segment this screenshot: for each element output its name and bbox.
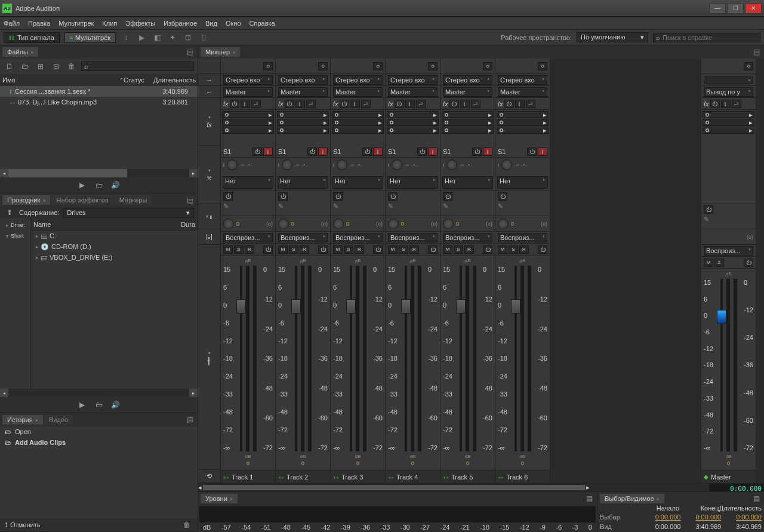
pan-knob[interactable] <box>278 219 289 229</box>
eq-power[interactable]: ⏻ <box>388 192 398 201</box>
r-button[interactable]: R <box>464 245 474 254</box>
eq-power[interactable]: ⏻ <box>223 192 233 201</box>
m-button[interactable]: M <box>223 245 233 254</box>
send-dest-dropdown[interactable]: Нет▸ <box>387 176 438 189</box>
exp-col-name[interactable]: Name <box>33 221 181 228</box>
collapse-icon[interactable]: ▾ <box>208 168 211 173</box>
eq-edit-icon[interactable]: ✎ <box>223 202 229 210</box>
eq-power[interactable]: ⏻ <box>278 192 288 201</box>
m-button[interactable]: M <box>333 245 343 254</box>
send-dest-dropdown[interactable]: Нет▸ <box>497 176 548 189</box>
file-row[interactable]: ₊₊073. Dj...l Like Chopin.mp33:20.881 <box>0 97 198 107</box>
collapse-icon[interactable]: ▾ <box>208 350 211 356</box>
fx-bypass[interactable]: ⥄ <box>526 100 535 108</box>
automation-dropdown[interactable]: Воспроиз...▾ <box>223 233 273 242</box>
tool-1[interactable]: ↕ <box>121 32 131 43</box>
send-pre[interactable]: ⫿ <box>373 147 383 156</box>
automation-dropdown[interactable]: Воспроиз...▾ <box>704 246 753 256</box>
m-button[interactable]: M <box>388 245 398 254</box>
mixer-scroll-thumb[interactable] <box>203 485 585 490</box>
mode-waveform[interactable]: ⫿⫿Тип сигнала <box>4 32 60 43</box>
m-button[interactable]: M <box>443 245 452 254</box>
track-name[interactable]: Track 3 <box>341 473 363 481</box>
track-name[interactable]: Track 5 <box>451 473 473 481</box>
fader-handle[interactable] <box>401 299 411 313</box>
file-col-name[interactable]: Имя <box>2 76 119 84</box>
send-dest-dropdown[interactable]: Нет▸ <box>223 176 273 189</box>
levels-tab[interactable]: Уровни× <box>201 494 238 503</box>
close-file-icon[interactable]: ⊟ <box>50 61 62 72</box>
pan-knob[interactable] <box>498 219 509 229</box>
fx-bypass[interactable]: ⥄ <box>416 100 426 108</box>
send-knob[interactable] <box>501 159 512 170</box>
minimize-button[interactable]: — <box>709 3 726 14</box>
send-dest-dropdown[interactable]: Нет▸ <box>278 176 328 189</box>
drive-row[interactable]: ▸🖴VBOX_D_DRIVE (E:) <box>31 252 198 263</box>
m-button[interactable]: M <box>704 259 713 267</box>
fx-slot[interactable]: ⭘▸ <box>703 119 754 126</box>
tool-3[interactable]: ◧ <box>152 32 162 43</box>
scroll-left[interactable]: ◂ <box>198 484 202 491</box>
input-dropdown[interactable]: Стерео вхо▸ <box>498 75 547 85</box>
fx-slot[interactable]: ⭘▸ <box>703 111 754 118</box>
fx-pre[interactable]: ⫿ <box>241 100 250 108</box>
r-button[interactable]: R <box>409 245 419 254</box>
selection-tab[interactable]: Выбор/Видимое× <box>600 494 664 503</box>
menu-clip[interactable]: Клип <box>102 20 117 27</box>
m-button[interactable]: M <box>278 245 288 254</box>
menu-window[interactable]: Окно <box>226 20 241 27</box>
fx-pre[interactable]: ⫿ <box>350 100 360 108</box>
collapse-icon[interactable]: ▾ <box>208 115 211 120</box>
tool-5[interactable]: ⊡ <box>183 32 193 43</box>
send-dest-dropdown[interactable]: Нет▸ <box>332 176 383 189</box>
help-search[interactable]: ⌕ <box>653 33 760 42</box>
eq-edit-icon[interactable]: ✎ <box>704 216 709 223</box>
output-dropdown[interactable]: Master▸ <box>278 87 328 97</box>
fx-power[interactable]: ⏻ <box>285 100 294 108</box>
fx-slot[interactable]: ⭘▸ <box>277 127 329 134</box>
fx-slot[interactable]: ⭘▸ <box>277 119 329 126</box>
extra-button[interactable]: ⏻ <box>318 245 328 254</box>
file-col-status[interactable]: Статус <box>124 76 153 84</box>
workspace-dropdown[interactable]: По умолчанию▾ <box>577 32 648 42</box>
fx-bypass[interactable]: ⥄ <box>732 100 741 108</box>
fader-handle[interactable] <box>456 299 466 313</box>
tool-2[interactable]: ▶ <box>136 32 147 43</box>
markers-tab[interactable]: Маркеры <box>115 195 152 205</box>
trash-icon[interactable]: 🗑 <box>181 519 193 530</box>
automation-dropdown[interactable]: Воспроиз...▾ <box>443 233 492 242</box>
effects-tab[interactable]: Набор эффектов <box>51 195 113 205</box>
track-name[interactable]: Track 6 <box>506 473 528 481</box>
history-item[interactable]: 🗁Add Audio Clips <box>0 437 198 448</box>
fx-power[interactable]: ⏻ <box>395 100 404 108</box>
import-icon[interactable]: ⊞ <box>35 61 47 72</box>
eq-edit-icon[interactable]: ✎ <box>278 202 284 210</box>
new-file-icon[interactable]: 🗋 <box>4 61 16 72</box>
sel-start[interactable]: 0:00.000 <box>640 513 681 522</box>
output-dropdown[interactable]: Master▸ <box>223 87 273 97</box>
panel-menu-icon[interactable]: ▤ <box>751 493 762 504</box>
menu-help[interactable]: Справка <box>249 20 275 27</box>
output-dropdown[interactable]: Master▸ <box>388 87 438 97</box>
eq-edit-icon[interactable]: ✎ <box>388 202 393 210</box>
side-drives[interactable]: ▸Drive: <box>1 220 29 230</box>
fx-slot[interactable]: ⭘▸ <box>332 111 384 118</box>
power-icon[interactable]: ⭘ <box>744 62 753 70</box>
loop-icon[interactable]: 🔊 <box>110 180 122 190</box>
send-power[interactable]: ⏻ <box>417 147 427 156</box>
fx-slot[interactable]: ⭘▸ <box>442 119 494 126</box>
send-knob[interactable] <box>227 159 238 170</box>
automation-dropdown[interactable]: Воспроиз...▾ <box>278 233 328 242</box>
panel-menu-icon[interactable]: ▤ <box>184 195 195 205</box>
fx-slot[interactable]: ⭘▸ <box>222 119 274 126</box>
m-button[interactable]: M <box>498 245 507 254</box>
s-button[interactable]: S <box>509 245 518 254</box>
scroll-left[interactable]: ◂ <box>0 389 8 397</box>
fx-bypass[interactable]: ⥄ <box>471 100 480 108</box>
fx-bypass[interactable]: ⥄ <box>361 100 371 108</box>
fx-slot[interactable]: ⭘▸ <box>497 111 549 118</box>
fx-slot[interactable]: ⭘▸ <box>387 119 439 126</box>
fx-pre[interactable]: ⫿ <box>460 100 470 108</box>
fx-slot[interactable]: ⭘▸ <box>387 111 439 118</box>
eq-power[interactable]: ⏻ <box>333 192 343 201</box>
